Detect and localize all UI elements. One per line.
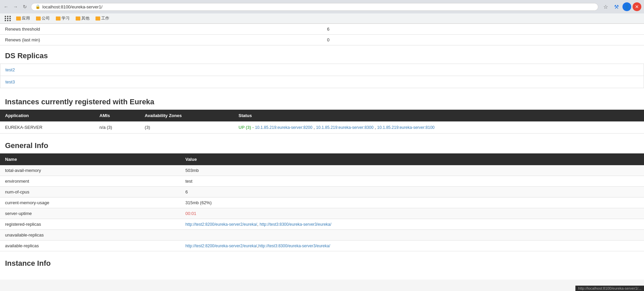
status-up-badge: UP (3) - [238, 125, 255, 130]
extensions-button[interactable]: ⚒ [612, 2, 621, 11]
info-value-available: http://test2:8200/eureka-server2/eureka/… [180, 241, 644, 251]
instances-table: Application AMIs Availability Zones Stat… [0, 110, 644, 134]
folder-icon [36, 16, 41, 21]
page-content: Renews threshold 6 Renews (last min) 0 D… [0, 24, 644, 280]
col-status: Status [233, 110, 644, 121]
bookmark-work-label: 工作 [101, 15, 109, 21]
apps-grid-icon [5, 16, 10, 21]
close-button[interactable]: ✕ [633, 2, 641, 11]
replica-test3-link[interactable]: test3 [5, 79, 15, 84]
renews-last-min-label: Renews (last min) [0, 35, 322, 45]
lock-icon: 🔒 [35, 4, 40, 9]
folder-icon [96, 16, 100, 21]
instances-section: Instances currently registered with Eure… [0, 92, 644, 134]
col-name: Name [0, 153, 180, 165]
profile-icon[interactable]: 👤 [622, 2, 631, 11]
replica-test3: test3 [0, 76, 644, 88]
url-input[interactable] [42, 4, 594, 9]
forward-button[interactable]: → [12, 3, 19, 10]
table-row: environment test [0, 176, 644, 187]
info-name: registered-replicas [0, 219, 180, 230]
app-availability-zones: (3) [140, 121, 233, 134]
bookmark-other[interactable]: 其他 [74, 15, 91, 22]
info-name: environment [0, 176, 180, 187]
renews-last-min-value: 0 [322, 35, 644, 45]
table-header-row: Application AMIs Availability Zones Stat… [0, 110, 644, 121]
info-name: current-memory-usage [0, 197, 180, 208]
instances-heading: Instances currently registered with Eure… [0, 92, 644, 110]
table-row: EUREKA-SERVER n/a (3) (3) UP (3) - 10.1.… [0, 121, 644, 134]
browser-toolbar: ← → ↻ 🔒 ☆ ⚒ 👤 ✕ [0, 0, 644, 13]
info-value-uptime: 00:01 [180, 208, 644, 219]
bookmark-other-label: 其他 [81, 15, 89, 21]
table-row: Renews threshold 6 [0, 24, 644, 35]
registered-replicas-link2[interactable]: http://test3:8300/eureka-server3/eureka/ [260, 222, 331, 227]
uptime-value: 00:01 [185, 211, 196, 216]
ds-replicas-heading: DS Replicas [0, 45, 644, 64]
col-amis: AMIs [94, 110, 140, 121]
info-name: num-of-cpus [0, 187, 180, 197]
table-row: unavailable-replicas [0, 230, 644, 241]
table-row: available-replicas http://test2:8200/eur… [0, 241, 644, 251]
renews-threshold-value: 6 [322, 24, 644, 35]
info-name: server-uptime [0, 208, 180, 219]
apps-launcher[interactable] [3, 15, 12, 22]
app-amis: n/a (3) [94, 121, 140, 134]
bookmark-star-button[interactable]: ☆ [601, 2, 610, 11]
available-replicas-link1[interactable]: http://test2:8200/eureka-server2/eureka/ [185, 244, 257, 248]
info-value-links: http://test2:8200/eureka-server2/eureka/… [180, 219, 644, 230]
info-name: available-replicas [0, 241, 180, 251]
instance-link-8100[interactable]: 10.1.85.219:eureka-server:8100 [377, 125, 434, 130]
table-header-row: Name Value [0, 153, 644, 165]
address-bar: 🔒 [31, 3, 598, 11]
general-info-table: Name Value total-avail-memory 503mb envi… [0, 153, 644, 251]
info-value: 6 [180, 187, 644, 197]
replica-test2: test2 [0, 64, 644, 76]
browser-icons: ☆ ⚒ 👤 ✕ [601, 2, 641, 11]
bookmarks-bar: 应用 公司 学习 其他 工作 [0, 13, 644, 24]
folder-icon [76, 16, 80, 21]
reload-button[interactable]: ↻ [22, 3, 28, 10]
renews-threshold-label: Renews threshold [0, 24, 322, 35]
info-name: unavailable-replicas [0, 230, 180, 241]
replica-test2-link[interactable]: test2 [5, 67, 15, 72]
folder-icon [56, 16, 61, 21]
instance-info-section: Instance Info [0, 253, 644, 271]
table-row: test2 [0, 64, 644, 76]
bookmark-study-label: 学习 [62, 15, 70, 21]
bookmark-work[interactable]: 工作 [93, 15, 111, 22]
instance-link-8300[interactable]: 10.1.85.219:eureka-server:8300 [316, 125, 374, 130]
bookmark-study[interactable]: 学习 [54, 15, 72, 22]
replicas-table: test2 test3 [0, 64, 644, 88]
app-status: UP (3) - 10.1.85.219:eureka-server:8200 … [233, 121, 644, 134]
table-row: num-of-cpus 6 [0, 187, 644, 197]
stats-table: Renews threshold 6 Renews (last min) 0 [0, 24, 644, 45]
bookmark-apps[interactable]: 应用 [14, 15, 32, 22]
table-row: total-avail-memory 503mb [0, 165, 644, 176]
col-value: Value [180, 153, 644, 165]
general-info-heading: General Info [0, 135, 644, 153]
back-button[interactable]: ← [3, 3, 9, 10]
instance-link-8200[interactable]: 10.1.85.219:eureka-server:8200 [255, 125, 312, 130]
table-row: server-uptime 00:01 [0, 208, 644, 219]
bookmark-company-label: 公司 [42, 15, 50, 21]
ds-replicas-section: DS Replicas test2 test3 [0, 45, 644, 88]
separator-1: , [314, 125, 316, 130]
instance-info-heading: Instance Info [0, 253, 644, 271]
available-replicas-link2[interactable]: http://test3:8300/eureka-server3/eureka/ [258, 244, 330, 248]
bookmark-company[interactable]: 公司 [34, 15, 52, 22]
table-row: current-memory-usage 315mb (62%) [0, 197, 644, 208]
app-name: EUREKA-SERVER [0, 121, 94, 134]
info-name: total-avail-memory [0, 165, 180, 176]
info-value: 503mb [180, 165, 644, 176]
browser-chrome: ← → ↻ 🔒 ☆ ⚒ 👤 ✕ 应用 公司 [0, 0, 644, 24]
col-application: Application [0, 110, 94, 121]
info-value: 315mb (62%) [180, 197, 644, 208]
registered-replicas-link1[interactable]: http://test2:8200/eureka-server2/eureka/ [185, 222, 257, 227]
info-value-unavailable [180, 230, 644, 241]
info-value: test [180, 176, 644, 187]
folder-icon [16, 16, 21, 21]
general-info-section: General Info Name Value total-avail-memo… [0, 135, 644, 251]
table-row: test3 [0, 76, 644, 88]
table-row: Renews (last min) 0 [0, 35, 644, 45]
